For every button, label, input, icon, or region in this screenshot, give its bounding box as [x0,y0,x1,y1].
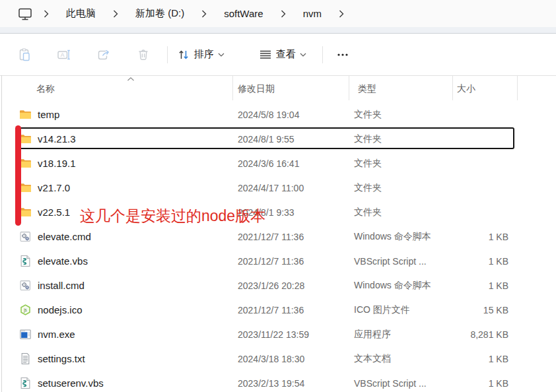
file-date: 2024/4/17 11:00 [232,183,349,193]
file-name: install.cmd [38,280,85,291]
file-name: elevate.vbs [38,255,88,267]
file-name: temp [38,109,59,120]
file-type: 文件夹 [349,133,452,145]
file-list: temp 2024/5/8 19:04 文件夹 v14.21.3 2024/8/… [0,102,556,392]
breadcrumb-item[interactable]: nvm [296,5,328,22]
view-button[interactable]: 查看 [254,43,312,67]
rename-button[interactable]: A [51,43,77,67]
table-row[interactable]: elevate.cmd 2021/12/7 11:36 Windows 命令脚本… [0,224,556,249]
column-resize-handle[interactable] [349,76,349,100]
folder-icon [20,109,31,120]
file-date: 2024/3/6 16:41 [232,158,349,169]
column-header-type[interactable]: 类型 [349,83,452,95]
chevron-down-icon [300,53,306,57]
file-type: VBScript Script ... [349,256,452,267]
trash-icon [137,48,150,61]
table-row[interactable]: setuserenv.vbs 2023/2/13 19:54 VBScript … [0,371,556,392]
folder-icon [20,158,31,169]
breadcrumb-item[interactable]: softWare [217,5,269,22]
sort-button[interactable]: 排序 [172,43,230,67]
file-date: 2023/2/13 19:54 [232,378,349,389]
toolbar-divider [322,46,323,63]
file-size: 1 KB [452,256,515,267]
file-date: 2024/5/8 19:04 [232,110,349,120]
breadcrumb-chevron-icon [281,10,286,18]
share-button[interactable] [90,43,117,67]
table-row[interactable]: settings.txt 2024/3/18 18:30 文本文档 1 KB [0,346,556,371]
file-size: 1 KB [452,354,515,364]
file-name: settings.txt [38,353,85,364]
table-row[interactable]: elevate.vbs 2021/12/7 11:36 VBScript Scr… [0,249,556,273]
column-resize-handle[interactable] [232,76,233,100]
txt-icon [20,353,31,364]
chevron-down-icon [218,53,225,57]
file-type: Windows 命令脚本 [349,231,452,243]
file-name: v21.7.0 [38,182,70,193]
more-icon [335,48,350,61]
svg-text:js: js [23,308,27,313]
rename-icon: A [57,48,71,61]
paste-button[interactable] [11,43,38,67]
file-date: 2024/8/1 9:55 [232,134,349,145]
file-type: 文本文档 [349,353,452,365]
annotation-note: 这几个是安装过的node版本 [80,207,265,224]
file-type: Windows 命令脚本 [349,280,452,292]
column-resize-handle[interactable] [517,76,518,100]
column-header-size[interactable]: 大小 [452,83,515,95]
table-row[interactable]: v14.21.3 2024/8/1 9:55 文件夹 [0,127,556,151]
paste-icon [18,48,31,61]
table-row[interactable]: temp 2024/5/8 19:04 文件夹 [0,102,556,127]
annotation-red-bar [15,125,21,226]
exe-icon [20,329,31,340]
column-header-name[interactable]: 名称 [2,83,232,95]
breadcrumb-chevron-icon [113,10,118,18]
sort-label: 排序 [194,48,214,61]
sort-ascending-icon [127,77,135,81]
file-date: 2023/1/26 20:28 [232,280,349,291]
column-header-date[interactable]: 修改日期 [232,83,349,95]
cmd-icon [20,231,31,242]
breadcrumb-chevron-icon [339,10,344,18]
toolbar-divider [167,46,168,63]
file-size: 1 KB [452,378,515,389]
sort-icon [177,48,190,61]
file-type: 文件夹 [349,109,452,121]
folder-icon [20,133,31,145]
more-options-button[interactable] [330,43,356,67]
table-row[interactable]: v21.7.0 2024/4/17 11:00 文件夹 [0,176,556,200]
file-name: v14.21.3 [38,133,76,145]
file-type: 文件夹 [349,207,452,218]
file-date: 2024/3/18 18:30 [232,354,349,364]
file-name: v22.5.1 [38,207,70,218]
file-date: 2021/12/7 11:36 [232,232,349,242]
this-pc-button[interactable] [17,5,33,23]
file-type: ICO 图片文件 [349,304,452,316]
file-date: 2021/12/7 11:36 [232,256,349,267]
breadcrumb-chevron-icon [201,10,207,18]
file-name: nodejs.ico [38,304,83,315]
table-row[interactable]: install.cmd 2023/1/26 20:28 Windows 命令脚本… [0,273,556,298]
file-name: v18.19.1 [38,158,76,169]
breadcrumb-item[interactable]: 新加卷 (D:) [129,5,191,22]
breadcrumb-item[interactable]: 此电脑 [59,5,102,22]
file-size: 1 KB [452,232,515,242]
vbs-icon [20,255,31,267]
table-row[interactable]: nvm.exe 2023/11/22 13:59 应用程序 8,281 KB [0,322,556,346]
table-row[interactable]: v18.19.1 2024/3/6 16:41 文件夹 [0,151,556,176]
monitor-icon [18,7,32,20]
cmd-icon [20,280,31,291]
svg-text:A: A [61,51,65,58]
table-row[interactable]: js nodejs.ico 2021/12/7 11:36 ICO 图片文件 1… [0,298,556,322]
vbs-icon [20,377,31,389]
file-type: 应用程序 [349,329,452,341]
delete-button[interactable] [130,43,156,67]
share-icon [97,48,110,61]
column-resize-handle[interactable] [452,76,453,100]
file-explorer-window: 此电脑 新加卷 (D:) softWare nvm A [0,0,556,392]
file-type: VBScript Script ... [349,378,452,389]
file-size: 15 KB [452,305,515,315]
breadcrumb-chevron-icon [44,10,49,18]
file-size: 8,281 KB [452,329,515,340]
file-date: 2023/11/22 13:59 [232,329,349,340]
file-type: 文件夹 [349,182,452,194]
